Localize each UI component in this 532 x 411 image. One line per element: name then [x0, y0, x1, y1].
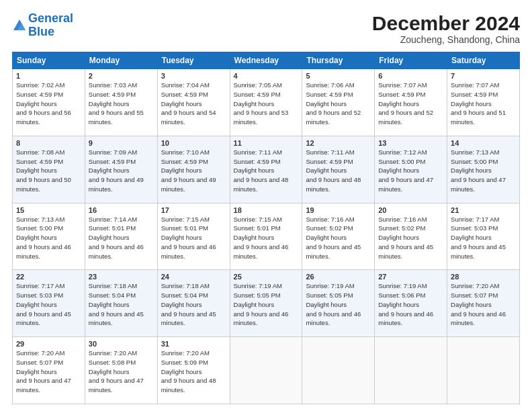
logo-icon: [12, 18, 27, 33]
calendar-cell: 13Sunrise: 7:12 AMSunset: 5:00 PMDayligh…: [375, 136, 447, 203]
calendar-week-2: 8Sunrise: 7:08 AMSunset: 4:59 PMDaylight…: [13, 136, 520, 203]
calendar-cell: 16Sunrise: 7:14 AMSunset: 5:01 PMDayligh…: [85, 203, 157, 270]
calendar-cell: 23Sunrise: 7:18 AMSunset: 5:04 PMDayligh…: [85, 270, 157, 337]
calendar-cell: 18Sunrise: 7:15 AMSunset: 5:01 PMDayligh…: [230, 203, 302, 270]
calendar-cell: [230, 337, 302, 404]
calendar-cell: 8Sunrise: 7:08 AMSunset: 4:59 PMDaylight…: [13, 136, 85, 203]
day-number: 1: [16, 72, 81, 80]
calendar-cell: 6Sunrise: 7:07 AMSunset: 4:59 PMDaylight…: [375, 69, 447, 136]
logo: General Blue: [12, 12, 73, 39]
day-number: 5: [306, 72, 371, 80]
calendar-cell: 4Sunrise: 7:05 AMSunset: 4:59 PMDaylight…: [230, 69, 302, 136]
calendar-cell: 30Sunrise: 7:20 AMSunset: 5:08 PMDayligh…: [85, 337, 157, 404]
day-info: Sunrise: 7:07 AMSunset: 4:59 PMDaylight …: [378, 81, 443, 127]
day-info: Sunrise: 7:03 AMSunset: 4:59 PMDaylight …: [89, 81, 154, 127]
calendar-cell: 15Sunrise: 7:13 AMSunset: 5:00 PMDayligh…: [13, 203, 85, 270]
calendar-cell: 27Sunrise: 7:19 AMSunset: 5:06 PMDayligh…: [375, 270, 447, 337]
day-info: Sunrise: 7:20 AMSunset: 5:07 PMDaylight …: [16, 349, 81, 395]
day-info: Sunrise: 7:11 AMSunset: 4:59 PMDaylight …: [234, 148, 299, 194]
day-info: Sunrise: 7:18 AMSunset: 5:04 PMDaylight …: [161, 281, 226, 328]
calendar-cell: [302, 337, 375, 404]
day-info: Sunrise: 7:12 AMSunset: 5:00 PMDaylight …: [378, 148, 443, 194]
subtitle: Zoucheng, Shandong, China: [372, 34, 520, 45]
calendar-cell: 2Sunrise: 7:03 AMSunset: 4:59 PMDaylight…: [85, 69, 157, 136]
col-header-saturday: Saturday: [447, 52, 520, 69]
calendar-cell: 11Sunrise: 7:11 AMSunset: 4:59 PMDayligh…: [230, 136, 302, 203]
calendar-week-1: 1Sunrise: 7:02 AMSunset: 4:59 PMDaylight…: [13, 69, 520, 136]
day-number: 14: [451, 139, 516, 147]
calendar-cell: 29Sunrise: 7:20 AMSunset: 5:07 PMDayligh…: [13, 337, 85, 404]
calendar-cell: 7Sunrise: 7:07 AMSunset: 4:59 PMDaylight…: [447, 69, 520, 136]
day-number: 15: [16, 206, 81, 214]
col-header-thursday: Thursday: [302, 52, 375, 69]
calendar-week-4: 22Sunrise: 7:17 AMSunset: 5:03 PMDayligh…: [13, 270, 520, 337]
day-number: 11: [234, 139, 299, 147]
logo-general: General: [28, 11, 73, 25]
day-number: 9: [89, 139, 154, 147]
day-info: Sunrise: 7:15 AMSunset: 5:01 PMDaylight …: [161, 215, 226, 261]
day-number: 6: [378, 72, 443, 80]
day-info: Sunrise: 7:19 AMSunset: 5:05 PMDaylight …: [306, 281, 371, 328]
day-number: 3: [161, 72, 226, 80]
calendar-cell: 24Sunrise: 7:18 AMSunset: 5:04 PMDayligh…: [157, 270, 230, 337]
page: General Blue December 2024 Zoucheng, Sha…: [0, 0, 532, 411]
day-number: 23: [89, 273, 154, 281]
day-info: Sunrise: 7:20 AMSunset: 5:09 PMDaylight …: [161, 349, 226, 395]
day-info: Sunrise: 7:19 AMSunset: 5:06 PMDaylight …: [378, 281, 443, 328]
col-header-monday: Monday: [85, 52, 157, 69]
col-header-sunday: Sunday: [13, 52, 85, 69]
day-number: 30: [89, 340, 154, 348]
day-info: Sunrise: 7:15 AMSunset: 5:01 PMDaylight …: [234, 215, 299, 261]
day-info: Sunrise: 7:02 AMSunset: 4:59 PMDaylight …: [16, 81, 81, 127]
logo-blue: Blue: [28, 25, 54, 38]
day-number: 2: [89, 72, 154, 80]
calendar-cell: 25Sunrise: 7:19 AMSunset: 5:05 PMDayligh…: [230, 270, 302, 337]
day-info: Sunrise: 7:14 AMSunset: 5:01 PMDaylight …: [89, 215, 154, 261]
day-number: 28: [451, 273, 516, 281]
day-number: 10: [161, 139, 226, 147]
day-number: 7: [451, 72, 516, 80]
calendar-cell: 31Sunrise: 7:20 AMSunset: 5:09 PMDayligh…: [157, 337, 230, 404]
day-number: 22: [16, 273, 81, 281]
day-number: 17: [161, 206, 226, 214]
day-info: Sunrise: 7:05 AMSunset: 4:59 PMDaylight …: [234, 81, 299, 127]
calendar-cell: 19Sunrise: 7:16 AMSunset: 5:02 PMDayligh…: [302, 203, 375, 270]
day-info: Sunrise: 7:17 AMSunset: 5:03 PMDaylight …: [16, 281, 81, 328]
day-number: 16: [89, 206, 154, 214]
col-header-tuesday: Tuesday: [157, 52, 230, 69]
calendar-cell: [447, 337, 520, 404]
day-info: Sunrise: 7:10 AMSunset: 4:59 PMDaylight …: [161, 148, 226, 194]
day-number: 4: [234, 72, 299, 80]
main-title: December 2024: [372, 12, 520, 34]
calendar-cell: 5Sunrise: 7:06 AMSunset: 4:59 PMDaylight…: [302, 69, 375, 136]
calendar-header-row: SundayMondayTuesdayWednesdayThursdayFrid…: [13, 52, 520, 69]
calendar-cell: 9Sunrise: 7:09 AMSunset: 4:59 PMDaylight…: [85, 136, 157, 203]
day-number: 20: [378, 206, 443, 214]
calendar-cell: 10Sunrise: 7:10 AMSunset: 4:59 PMDayligh…: [157, 136, 230, 203]
calendar-week-3: 15Sunrise: 7:13 AMSunset: 5:00 PMDayligh…: [13, 203, 520, 270]
calendar-cell: 3Sunrise: 7:04 AMSunset: 4:59 PMDaylight…: [157, 69, 230, 136]
calendar-cell: 22Sunrise: 7:17 AMSunset: 5:03 PMDayligh…: [13, 270, 85, 337]
day-info: Sunrise: 7:13 AMSunset: 5:00 PMDaylight …: [451, 148, 516, 194]
calendar-cell: 17Sunrise: 7:15 AMSunset: 5:01 PMDayligh…: [157, 203, 230, 270]
calendar-cell: 1Sunrise: 7:02 AMSunset: 4:59 PMDaylight…: [13, 69, 85, 136]
day-info: Sunrise: 7:06 AMSunset: 4:59 PMDaylight …: [306, 81, 371, 127]
col-header-friday: Friday: [375, 52, 447, 69]
day-info: Sunrise: 7:09 AMSunset: 4:59 PMDaylight …: [89, 148, 154, 194]
day-info: Sunrise: 7:11 AMSunset: 4:59 PMDaylight …: [306, 148, 371, 194]
day-number: 12: [306, 139, 371, 147]
calendar-cell: 21Sunrise: 7:17 AMSunset: 5:03 PMDayligh…: [447, 203, 520, 270]
day-info: Sunrise: 7:16 AMSunset: 5:02 PMDaylight …: [306, 215, 371, 261]
day-info: Sunrise: 7:08 AMSunset: 4:59 PMDaylight …: [16, 148, 81, 194]
day-number: 27: [378, 273, 443, 281]
day-info: Sunrise: 7:13 AMSunset: 5:00 PMDaylight …: [16, 215, 81, 261]
day-info: Sunrise: 7:07 AMSunset: 4:59 PMDaylight …: [451, 81, 516, 127]
calendar-cell: 20Sunrise: 7:16 AMSunset: 5:02 PMDayligh…: [375, 203, 447, 270]
day-number: 21: [451, 206, 516, 214]
calendar-week-5: 29Sunrise: 7:20 AMSunset: 5:07 PMDayligh…: [13, 337, 520, 404]
day-number: 29: [16, 340, 81, 348]
col-header-wednesday: Wednesday: [230, 52, 302, 69]
day-number: 13: [378, 139, 443, 147]
header: General Blue December 2024 Zoucheng, Sha…: [12, 12, 520, 45]
day-number: 24: [161, 273, 226, 281]
